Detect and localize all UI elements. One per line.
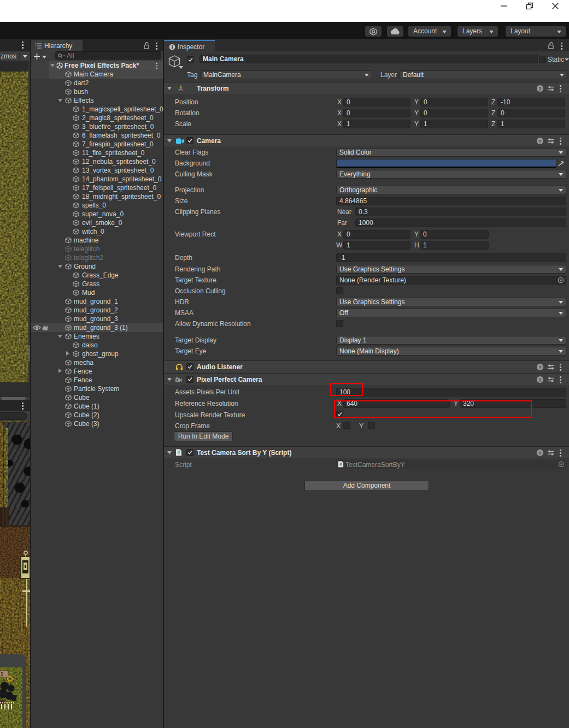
svg-text:?: ? <box>538 86 542 92</box>
svg-text:?: ? <box>538 377 542 383</box>
svg-text:?: ? <box>538 364 542 370</box>
svg-text:?: ? <box>538 138 542 144</box>
svg-text:?: ? <box>538 450 542 456</box>
